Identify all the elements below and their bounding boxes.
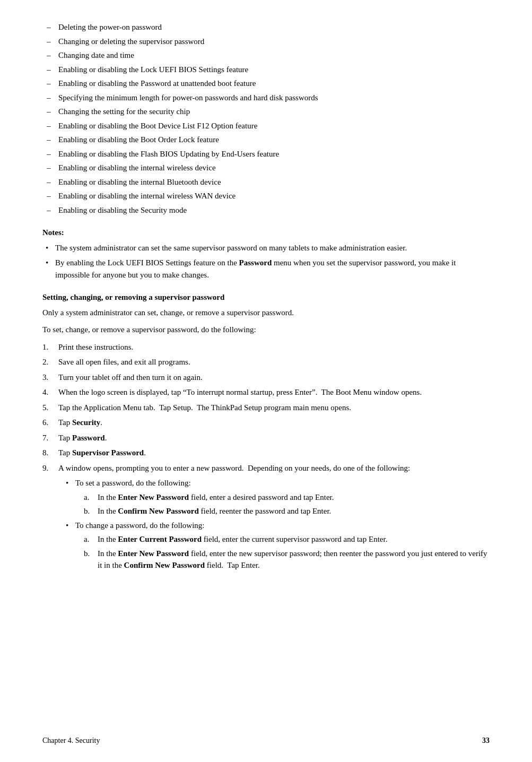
step-1: 1.Print these instructions. xyxy=(42,341,490,353)
bold-enter-current-password: Enter Current Password xyxy=(118,535,202,543)
sub-item-set: To set a password, do the following: a.I… xyxy=(64,477,490,517)
dash-item: Enabling or disabling the internal wirel… xyxy=(42,162,490,174)
dash-item: Enabling or disabling the Flash BIOS Upd… xyxy=(42,148,490,160)
dash-item: Enabling or disabling the Password at un… xyxy=(42,77,490,90)
alpha-set-a: a.In the Enter New Password field, enter… xyxy=(84,491,490,504)
page-footer: Chapter 4. Security33 xyxy=(42,735,490,746)
dash-item: Enabling or disabling the Boot Device Li… xyxy=(42,120,490,132)
page-number: 33 xyxy=(482,735,490,746)
bold-password: Password xyxy=(239,258,272,267)
notes-label: Notes: xyxy=(42,227,490,239)
step-6: 6.Tap Security. xyxy=(42,417,490,429)
alpha-change-b: b.In the Enter New Password field, enter… xyxy=(84,548,490,572)
step-8: 8.Tap Supervisor Password. xyxy=(42,447,490,459)
dash-item: Enabling or disabling the internal wirel… xyxy=(42,190,490,202)
step-4: 4.When the logo screen is displayed, tap… xyxy=(42,386,490,399)
alpha-list-change: a.In the Enter Current Password field, e… xyxy=(84,533,490,572)
bold-confirm-new-password-2: Confirm New Password xyxy=(124,561,205,569)
section-heading: Setting, changing, or removing a supervi… xyxy=(42,291,490,304)
dash-item: Changing the setting for the security ch… xyxy=(42,106,490,118)
step-7: 7.Tap Password. xyxy=(42,432,490,444)
note-item-2: By enabling the Lock UEFI BIOS Settings … xyxy=(42,257,490,281)
sub-item-change: To change a password, do the following: … xyxy=(64,519,490,572)
step-5: 5.Tap the Application Menu tab. Tap Setu… xyxy=(42,402,490,414)
alpha-set-b: b.In the Confirm New Password field, ree… xyxy=(84,505,490,517)
dash-item: Enabling or disabling the Lock UEFI BIOS… xyxy=(42,64,490,76)
dash-item: Enabling or disabling the Security mode xyxy=(42,204,490,217)
bold-confirm-new-password: Confirm New Password xyxy=(118,507,198,515)
bold-password-tap: Password xyxy=(72,434,105,442)
dash-item: Specifying the minimum length for power-… xyxy=(42,92,490,104)
bold-enter-new-password-2: Enter New Password xyxy=(118,549,189,558)
bold-security: Security xyxy=(72,418,100,427)
chapter-label: Chapter 4. Security xyxy=(42,735,100,746)
notes-bullet-list: The system administrator can set the sam… xyxy=(42,242,490,281)
dash-list: Deleting the power-on passwordChanging o… xyxy=(42,21,490,216)
sub-bullet-list: To set a password, do the following: a.I… xyxy=(64,477,490,572)
bold-enter-new-password: Enter New Password xyxy=(118,493,189,501)
set-intro: To set, change, or remove a supervisor p… xyxy=(42,324,490,336)
step-3: 3.Turn your tablet off and then turn it … xyxy=(42,371,490,384)
ordered-steps-list: 1.Print these instructions. 2.Save all o… xyxy=(42,341,490,572)
step-9: 9.A window opens, prompting you to enter… xyxy=(42,462,490,572)
notes-section: Notes: The system administrator can set … xyxy=(42,227,490,281)
step-2: 2.Save all open files, and exit all prog… xyxy=(42,356,490,368)
bold-supervisor-password: Supervisor Password xyxy=(72,448,144,457)
alpha-change-a: a.In the Enter Current Password field, e… xyxy=(84,533,490,545)
note-item-1: The system administrator can set the sam… xyxy=(42,242,490,254)
dash-item: Changing or deleting the supervisor pass… xyxy=(42,36,490,48)
dash-item: Enabling or disabling the Boot Order Loc… xyxy=(42,134,490,146)
section-intro: Only a system administrator can set, cha… xyxy=(42,307,490,319)
dash-item: Enabling or disabling the internal Bluet… xyxy=(42,176,490,188)
dash-item: Changing date and time xyxy=(42,49,490,62)
dash-item: Deleting the power-on password xyxy=(42,21,490,33)
alpha-list-set: a.In the Enter New Password field, enter… xyxy=(84,491,490,517)
